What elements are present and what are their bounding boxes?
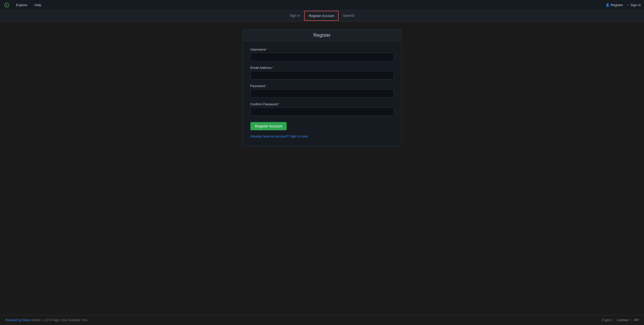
password-input[interactable] [250,89,394,98]
confirm-password-group: Confirm Password* [250,102,394,116]
register-header: Register [243,30,402,41]
signin-icon: → [626,3,630,7]
register-nav-link[interactable]: 👤 Register [605,3,623,7]
logo-link[interactable] [3,2,10,9]
register-account-button[interactable]: Register Account [250,122,287,130]
topnav-left: Explore Help [3,2,43,9]
register-body: Username* Email Address* Password* [243,41,402,146]
footer-left: Powered by Gitea Version: 1.22.6 Page: 0… [5,318,88,322]
page-title: Register [248,33,396,38]
password-label: Password* [250,84,394,88]
help-nav-link[interactable]: Help [33,2,43,8]
footer-divider: | [614,318,615,322]
licenses-link[interactable]: Licenses [617,318,629,322]
subnav: Sign In Register Account OpenID [0,10,644,22]
tab-signin[interactable]: Sign In [286,11,304,21]
footer: Powered by Gitea Version: 1.22.6 Page: 0… [0,315,644,325]
username-label: Username* [250,48,394,51]
footer-divider-2: | [631,318,632,322]
powered-by-gitea-link[interactable]: Powered by Gitea [5,318,30,322]
username-group: Username* [250,48,394,61]
tab-openid[interactable]: OpenID [339,11,358,21]
email-required-star: * [272,66,274,70]
explore-nav-link[interactable]: Explore [14,2,29,8]
email-group: Email Address* [250,66,394,79]
topnav-right: 👤 Register → Sign In [605,3,641,7]
email-input[interactable] [250,71,394,79]
footer-language: English [602,318,612,322]
password-group: Password* [250,84,394,98]
confirm-password-input[interactable] [250,108,394,116]
already-have-account-link[interactable]: Already have an account? Sign in now! [250,134,394,138]
password-required-star: * [266,84,267,88]
register-form: Username* Email Address* Password* [250,48,394,138]
user-plus-icon: 👤 [605,3,610,7]
username-required-star: * [266,48,267,51]
topnav: Explore Help 👤 Register → Sign In [0,0,644,10]
register-container: Register Username* Email Address* [242,29,402,146]
tab-register-account[interactable]: Register Account [304,11,339,21]
confirm-password-label: Confirm Password* [250,102,394,106]
gitea-logo-icon [4,2,10,8]
footer-right: English | Licenses | API [602,318,639,322]
subnav-tabs: Sign In Register Account OpenID [286,11,359,21]
main-content: Register Username* Email Address* [0,22,644,315]
confirm-password-required-star: * [278,102,279,106]
footer-version: Version: 1.22.6 Page: 0ms Template: 0ms [31,318,88,322]
signin-nav-link[interactable]: → Sign In [626,3,641,7]
email-label: Email Address* [250,66,394,70]
username-input[interactable] [250,53,394,61]
api-link[interactable]: API [634,318,639,322]
